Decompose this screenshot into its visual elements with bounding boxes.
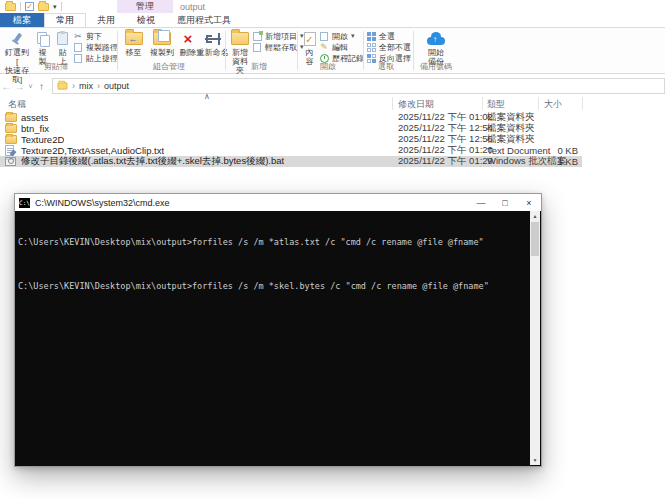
edit-button[interactable]: ✎ 編輯 bbox=[319, 42, 364, 52]
cmd-app-icon: C:\ bbox=[19, 198, 30, 208]
cut-label: 剪下 bbox=[86, 31, 102, 42]
column-divider[interactable] bbox=[582, 97, 583, 110]
address-folder-icon bbox=[58, 82, 68, 89]
breadcrumb-output[interactable]: output bbox=[104, 81, 129, 91]
properties-quick-icon[interactable]: ✓ bbox=[25, 2, 34, 11]
move-to-button[interactable]: ← 移至 bbox=[120, 30, 147, 57]
table-row[interactable]: assets 2025/11/22 下午 01:02 檔案資料夾 bbox=[0, 112, 665, 123]
recent-locations-dropdown[interactable]: ˅ bbox=[26, 83, 35, 90]
tab-share[interactable]: 共用 bbox=[86, 13, 126, 27]
close-button[interactable]: × bbox=[517, 194, 541, 211]
pin-icon bbox=[10, 32, 24, 46]
new-folder-quick-icon[interactable] bbox=[38, 3, 49, 11]
forward-button[interactable]: → bbox=[13, 81, 26, 92]
ribbon-group-clipboard: 釘選到[ 快速存取] 複製 貼上 ✂ 剪下 bbox=[2, 28, 118, 73]
maximize-button[interactable]: □ bbox=[493, 194, 517, 211]
group-label-new: 新增 bbox=[228, 61, 290, 72]
tab-home[interactable]: 常用 bbox=[44, 13, 86, 27]
ribbon-group-organize: ← 移至 複製到 × 刪除 重新命名 組 bbox=[120, 28, 226, 73]
file-list: ∧ 名稱 修改日期 類型 大小 assets 2025/11/22 下午 01:… bbox=[0, 96, 665, 167]
cut-button[interactable]: ✂ 剪下 bbox=[73, 31, 118, 41]
folder-icon bbox=[5, 135, 17, 144]
explorer-titlebar[interactable]: ✓ ▾ 管理 output bbox=[0, 0, 665, 13]
rename-button[interactable]: 重新命名 bbox=[199, 30, 226, 57]
folder-icon bbox=[5, 113, 17, 122]
edit-label: 編輯 bbox=[332, 42, 348, 53]
list-rows: assets 2025/11/22 下午 01:02 檔案資料夾 btn_fix… bbox=[0, 112, 665, 167]
group-label-clipboard: 剪貼簿 bbox=[2, 61, 110, 72]
column-header-name[interactable]: 名稱 bbox=[8, 98, 26, 111]
paste-icon bbox=[57, 32, 68, 45]
back-button[interactable]: ← bbox=[0, 81, 13, 92]
new-folder-icon bbox=[231, 32, 249, 45]
cmd-console-output[interactable]: C:\Users\KEVIN\Desktop\mix\output>forfil… bbox=[16, 211, 530, 465]
ribbon-group-open: ✓ 內容 開啟 ▾ ✎ 編輯 bbox=[300, 28, 364, 73]
new-item-button[interactable]: 新增項目 ▾ bbox=[252, 31, 304, 41]
desktop: ✓ ▾ 管理 output 檔案 常用 共用 檢視 應用程式工具 bbox=[0, 0, 665, 499]
copy-path-button[interactable]: 複製路徑 bbox=[73, 42, 118, 52]
divider bbox=[297, 31, 298, 70]
start-backup-label-1: 開始 bbox=[428, 48, 444, 57]
easy-access-button[interactable]: 輕鬆存取 ▾ bbox=[252, 42, 304, 52]
tab-app-tools[interactable]: 應用程式工具 bbox=[166, 13, 242, 27]
sort-ascending-icon: ∧ bbox=[204, 92, 210, 101]
address-bar[interactable]: › mix › output bbox=[52, 78, 665, 94]
new-folder-label-1: 新增 bbox=[232, 48, 248, 57]
select-all-icon bbox=[367, 32, 376, 41]
table-row[interactable]: Texture2D 2025/11/22 下午 12:56 檔案資料夾 bbox=[0, 134, 665, 145]
window-folder-icon bbox=[5, 3, 16, 11]
easy-access-icon bbox=[253, 43, 261, 52]
select-all-button[interactable]: 全選 bbox=[366, 31, 411, 41]
tab-file[interactable]: 檔案 bbox=[0, 13, 44, 27]
column-divider[interactable] bbox=[392, 97, 393, 110]
file-modified: 2025/11/22 下午 01:29 bbox=[398, 155, 493, 168]
column-header-size[interactable]: 大小 bbox=[544, 98, 562, 111]
open-label: 開啟 bbox=[332, 31, 348, 42]
column-divider[interactable] bbox=[482, 97, 483, 110]
clipboard-small-buttons: ✂ 剪下 複製路徑 貼上捷徑 bbox=[73, 30, 118, 63]
tab-view[interactable]: 檢視 bbox=[126, 13, 166, 27]
copy-path-icon bbox=[74, 43, 82, 52]
new-item-icon bbox=[253, 32, 262, 41]
open-button[interactable]: 開啟 ▾ bbox=[319, 31, 364, 41]
new-small-buttons: 新增項目 ▾ 輕鬆存取 ▾ bbox=[252, 30, 304, 52]
edit-icon: ✎ bbox=[319, 42, 329, 52]
column-divider[interactable] bbox=[538, 97, 539, 110]
breadcrumb-separator: › bbox=[97, 81, 100, 91]
table-row-selected[interactable]: 修改子目錄後綴(.atlas.txt去掉.txt後綴+.skel去掉.bytes… bbox=[0, 156, 582, 167]
divider bbox=[363, 31, 364, 70]
divider bbox=[61, 2, 62, 11]
file-name: 修改子目錄後綴(.atlas.txt去掉.txt後綴+.skel去掉.bytes… bbox=[21, 155, 284, 168]
breadcrumb-mix[interactable]: mix bbox=[79, 81, 93, 91]
minimize-button[interactable]: — bbox=[469, 194, 493, 211]
easy-access-label: 輕鬆存取 bbox=[265, 42, 297, 53]
divider bbox=[20, 2, 21, 11]
cmd-scrollbar[interactable]: ▲ ▼ bbox=[530, 211, 540, 465]
move-to-label: 移至 bbox=[126, 48, 142, 57]
select-none-button[interactable]: 全部不選 bbox=[366, 42, 411, 52]
cmd-window[interactable]: C:\ C:\WINDOWS\system32\cmd.exe — □ × C:… bbox=[14, 193, 542, 467]
copy-to-icon bbox=[153, 32, 171, 45]
copy-path-label: 複製路徑 bbox=[86, 42, 118, 53]
scroll-down-icon[interactable]: ▼ bbox=[530, 455, 540, 465]
quick-access-dropdown-icon[interactable]: ▾ bbox=[53, 2, 57, 12]
window-title: output bbox=[180, 2, 205, 12]
list-header: ∧ 名稱 修改日期 類型 大小 bbox=[0, 96, 665, 111]
column-header-type[interactable]: 類型 bbox=[487, 98, 505, 111]
divider bbox=[117, 31, 118, 70]
file-name: Texture2D bbox=[21, 134, 64, 145]
scroll-up-icon[interactable]: ▲ bbox=[530, 211, 540, 221]
scrollbar-thumb[interactable] bbox=[531, 222, 539, 256]
column-header-modified[interactable]: 修改日期 bbox=[398, 98, 434, 111]
cmd-command-line-2: C:\Users\KEVIN\Desktop\mix\output>forfil… bbox=[18, 281, 528, 292]
file-size: 1 KB bbox=[500, 156, 578, 167]
ribbon-group-select: 全選 全部不選 反向選擇 選取 bbox=[366, 28, 414, 73]
table-row[interactable]: btn_fix 2025/11/22 下午 12:54 檔案資料夾 bbox=[0, 123, 665, 134]
group-label-select: 選取 bbox=[366, 61, 406, 72]
contextual-tab-header: 管理 bbox=[117, 0, 173, 13]
select-none-icon bbox=[367, 43, 376, 52]
divider bbox=[225, 31, 226, 70]
up-button[interactable]: ↑ bbox=[35, 81, 48, 92]
cmd-titlebar[interactable]: C:\ C:\WINDOWS\system32\cmd.exe — □ × bbox=[15, 194, 541, 211]
copy-to-button[interactable]: 複製到 bbox=[147, 30, 177, 57]
